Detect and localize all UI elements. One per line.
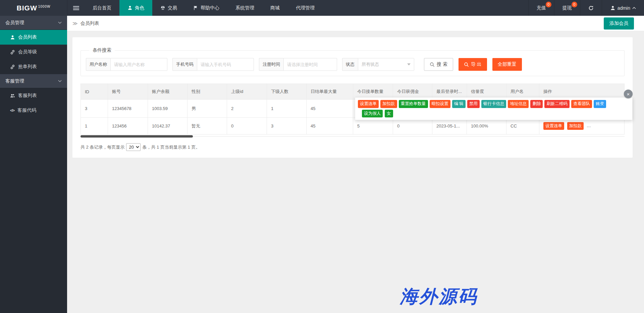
sidebar-group-member-management[interactable]: 会员管理: [0, 16, 67, 30]
username-label: 用户名称: [86, 58, 110, 71]
navbar-right: 充值 0 提现 0 admin: [528, 0, 644, 16]
sidebar-item-service-list[interactable]: 客服列表: [0, 88, 67, 103]
export-icon: [464, 62, 469, 67]
person-icon: [127, 5, 132, 10]
more-actions: ...: [619, 123, 622, 128]
chevron-up-icon: [632, 7, 636, 9]
phone-label: 手机号码: [172, 58, 197, 71]
user-name: admin: [618, 5, 630, 11]
hidden-deduct-settings-button[interactable]: 暗扣设置: [430, 100, 450, 108]
link-icon: [10, 50, 15, 55]
col-gender: 性别: [187, 84, 227, 100]
address-info-button[interactable]: 地址信息: [508, 100, 529, 108]
recharge-button[interactable]: 充值 0: [528, 0, 554, 16]
cell-gender: 暂无: [187, 118, 227, 135]
search-icon: [430, 62, 435, 67]
nav-item-role[interactable]: 角色: [119, 0, 152, 16]
col-id: ID: [81, 84, 108, 100]
row-actions-popup: 设置连单 加扣款 重置抢单数量 暗扣设置 编 辑 禁用 银行卡信息 地址信息 删…: [355, 97, 633, 120]
cell-daily-max: 45: [307, 100, 353, 118]
search-button[interactable]: 搜 索: [424, 58, 453, 71]
breadcrumb: ≫ 会员列表 添加会员: [67, 16, 644, 31]
add-member-button[interactable]: 添加会员: [604, 17, 634, 30]
reg-time-field-group: 注册时间: [259, 58, 337, 71]
nav-item-dashboard[interactable]: 后台首页: [85, 0, 119, 16]
person-icon: [10, 35, 15, 40]
refresh-button[interactable]: [580, 0, 602, 16]
add-deduct-button[interactable]: 加扣款: [380, 100, 397, 108]
sidebar: 会员管理 会员列表 会员等级 抢单列表 客服管理 客服列表 </> 客服代码: [0, 16, 67, 313]
search-panel-legend: 条件搜索: [89, 47, 115, 53]
main-content: ≫ 会员列表 添加会员 条件搜索 用户名称 手机号码 注册时间: [67, 16, 644, 313]
pagination-suffix: 条，共 1 页当前显示第 1 页。: [142, 144, 200, 150]
view-team-button[interactable]: 查看团队: [571, 100, 592, 108]
page-title: 会员列表: [80, 20, 99, 27]
horizontal-scrollbar: [80, 135, 625, 138]
username-input[interactable]: [110, 58, 167, 71]
nav-item-mall[interactable]: 商城: [262, 0, 288, 16]
code-icon: </>: [10, 108, 14, 112]
edit-button[interactable]: 编 辑: [452, 100, 466, 108]
main-menu: 后台首页 角色 交易 帮助中心 系统管理 商城 代理管理: [85, 0, 323, 16]
set-chain-order-button[interactable]: 设置连单: [358, 100, 379, 108]
sidebar-toggle-button[interactable]: [67, 0, 85, 16]
refresh-icon: [588, 5, 594, 11]
female-button[interactable]: 女: [385, 110, 393, 118]
nav-item-agent[interactable]: 代理管理: [288, 0, 323, 16]
status-label: 状态: [342, 58, 358, 71]
phone-field-group: 手机号码: [172, 58, 254, 71]
people-icon: [10, 93, 15, 98]
status-select[interactable]: 所有状态: [358, 58, 414, 71]
cell-balance: 10142.37: [148, 118, 187, 135]
delete-button[interactable]: 删除: [530, 100, 543, 108]
top-navbar: BIGW1000W 后台首页 角色 交易 帮助中心 系统管理 商城 代理管理 充…: [0, 0, 644, 16]
popup-actions-row-2: 设为假人 女: [362, 110, 630, 118]
chevron-down-icon: [58, 80, 62, 83]
logo-sup: 1000W: [38, 5, 51, 8]
sidebar-item-grab-order-list[interactable]: 抢单列表: [0, 59, 67, 74]
status-select-value: 所有状态: [362, 61, 379, 67]
col-account: 账号: [108, 84, 148, 100]
add-deduct-button[interactable]: 加扣款: [567, 122, 584, 130]
per-page-select[interactable]: 20: [126, 143, 141, 151]
reg-time-input[interactable]: [283, 58, 337, 71]
close-icon[interactable]: ×: [624, 90, 633, 98]
reset-grab-count-button[interactable]: 重置抢单数量: [399, 100, 428, 108]
cell-account: 12345678: [108, 100, 148, 118]
sidebar-item-member-list[interactable]: 会员列表: [0, 30, 67, 45]
scrollbar-thumb[interactable]: [80, 135, 193, 138]
sidebar-item-member-level[interactable]: 会员等级: [0, 45, 67, 59]
sidebar-group-service-management[interactable]: 客服管理: [0, 74, 67, 88]
col-parent-id: 上级id: [227, 84, 267, 100]
cell-parent-id: 0: [227, 118, 267, 135]
username-field-group: 用户名称: [86, 58, 167, 71]
flag-icon: [193, 5, 198, 10]
withdraw-button[interactable]: 提现 0: [554, 0, 580, 16]
link-icon: [10, 64, 15, 69]
breadcrumb-caret-icon: ≫: [72, 20, 78, 27]
col-subordinates: 下级人数: [267, 84, 307, 100]
logo-text: BIGW: [17, 4, 37, 12]
disable-button[interactable]: 禁用: [467, 100, 480, 108]
cell-balance: 1003.59: [148, 100, 187, 118]
reset-all-button[interactable]: 全部重置: [492, 58, 522, 71]
sidebar-item-service-code[interactable]: </> 客服代码: [0, 103, 67, 118]
user-menu[interactable]: admin: [602, 0, 644, 16]
cell-gender: 男: [187, 100, 227, 118]
set-as-fake-button[interactable]: 设为假人: [362, 110, 383, 118]
recharge-badge: 0: [546, 2, 551, 7]
person-icon: [610, 5, 615, 11]
phone-input[interactable]: [197, 58, 254, 71]
pagination: 共 2 条记录，每页显示 20 条，共 1 页当前显示第 1 页。: [80, 143, 625, 151]
popup-actions-row-1: 设置连单 加扣款 重置抢单数量 暗扣设置 编 辑 禁用 银行卡信息 地址信息 删…: [358, 100, 630, 108]
bank-card-info-button[interactable]: 银行卡信息: [481, 100, 506, 108]
nav-item-trade[interactable]: 交易: [152, 0, 185, 16]
refresh-qrcode-button[interactable]: 刷新二维码: [544, 100, 570, 108]
reset-grab-count-button[interactable]: 重置抢单数量: [587, 122, 616, 130]
export-button[interactable]: 导 出: [459, 58, 487, 71]
nav-item-system[interactable]: 系统管理: [227, 0, 262, 16]
pagination-prefix: 共 2 条记录，每页显示: [80, 144, 124, 150]
account-change-button[interactable]: 账变: [594, 100, 606, 108]
set-chain-order-button[interactable]: 设置连单: [543, 122, 564, 130]
nav-item-help-center[interactable]: 帮助中心: [185, 0, 227, 16]
